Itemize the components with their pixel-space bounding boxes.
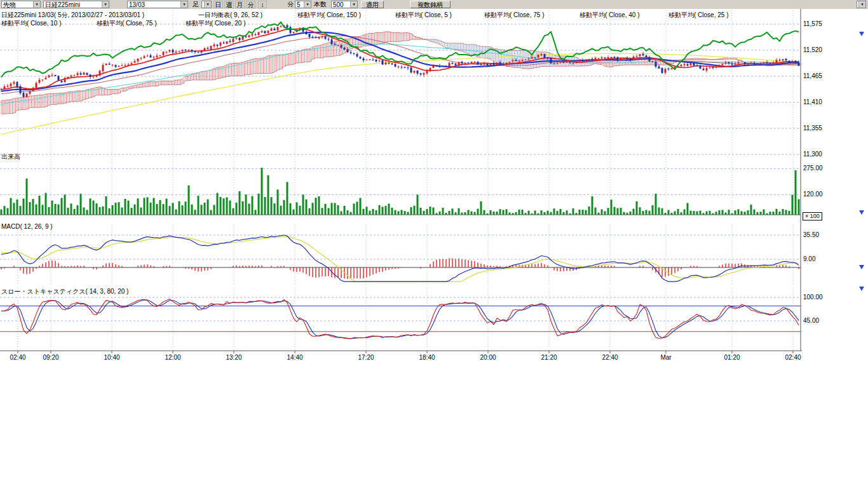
bar-count-label: 本数 [314,1,327,8]
dropdown-arrow-icon: ▾ [858,1,865,8]
instrument-type-dropdown[interactable]: 先物 ▾ [1,1,41,8]
chart-canvas[interactable] [0,0,868,369]
dropdown-arrow-icon: ▾ [180,1,187,8]
updown-icon[interactable]: ↕ [258,1,267,8]
instrument-type-value: 先物 [3,1,16,8]
period-month-button[interactable]: 月 [235,1,245,8]
dropdown-arrow-icon: ▾ [102,1,109,8]
bar-count-value: 500 [333,1,344,8]
minute-value-dropdown[interactable]: 5 ▾ [295,1,311,8]
apply-button[interactable]: 適用 [361,1,384,8]
toolbar: 先物 ▾ 日経225mini ▾ 13/03 ▾ 足 ▾ 日 週 月 分 ↕ 分… [0,0,868,9]
bar-type-label: 足 [193,1,199,8]
dropdown-arrow-icon: ▾ [350,1,357,8]
period-week-button[interactable]: 週 [224,1,234,8]
contract-month-value: 13/03 [129,1,145,8]
dropdown-arrow-icon: ▾ [304,1,311,8]
bar-type-mini-dropdown[interactable]: ▾ [201,1,212,8]
contract-month-dropdown[interactable]: 13/03 ▾ [127,1,188,8]
chart-scroll-dropdown[interactable]: ▾ [857,1,866,8]
dropdown-arrow-icon: ▾ [204,1,211,8]
symbol-dropdown[interactable]: 日経225mini ▾ [43,1,109,8]
minute-label: 分 [287,1,294,8]
period-minute-button[interactable]: 分 [246,1,255,8]
dropdown-arrow-icon: ▾ [33,1,40,8]
minute-value: 5 [297,1,301,8]
period-day-button[interactable]: 日 [214,1,223,8]
multi-symbol-button[interactable]: 複数銘柄 [410,1,451,8]
bar-count-dropdown[interactable]: 500 ▾ [331,1,358,8]
symbol-value: 日経225mini [45,1,80,8]
